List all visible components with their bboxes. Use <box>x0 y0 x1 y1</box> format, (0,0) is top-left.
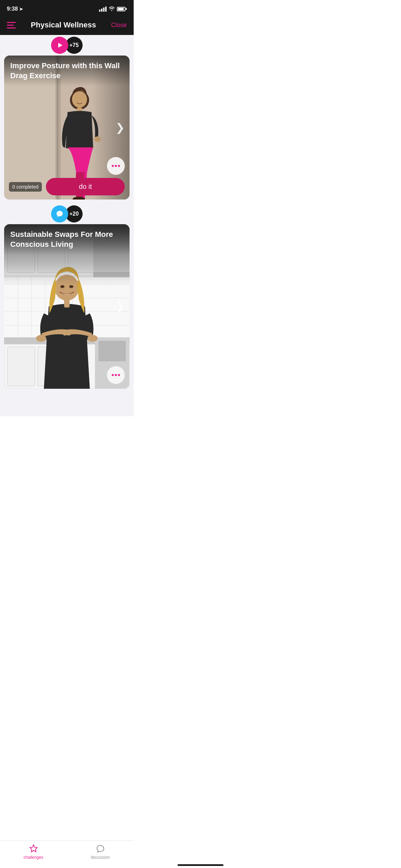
close-button[interactable]: Close <box>111 22 127 29</box>
svg-point-8 <box>72 91 87 108</box>
dot6 <box>118 374 120 376</box>
page-title: Physical Wellness <box>16 21 111 29</box>
card1-body: Improve Posture with this Wall Drag Exer… <box>4 56 130 200</box>
status-icons <box>99 6 127 12</box>
card1-title-overlay: Improve Posture with this Wall Drag Exer… <box>4 56 130 86</box>
card1-title: Improve Posture with this Wall Drag Exer… <box>10 61 123 81</box>
card1-image: Improve Posture with this Wall Drag Exer… <box>4 56 130 200</box>
card2: Sustainable Swaps For More Conscious Liv… <box>0 224 134 389</box>
location-icon: ➤ <box>19 7 23 12</box>
card1: Improve Posture with this Wall Drag Exer… <box>0 56 134 200</box>
svg-rect-23 <box>98 341 126 361</box>
menu-button[interactable] <box>7 22 16 28</box>
svg-rect-20 <box>8 347 35 386</box>
status-time: 9:38 ➤ <box>7 6 23 12</box>
card1-bottom: 0 completed do it <box>4 174 130 200</box>
completed-badge: 0 completed <box>9 182 42 192</box>
play-badge-icon[interactable] <box>51 37 68 54</box>
chat-badge-icon[interactable] <box>51 205 68 222</box>
status-bar: 9:38 ➤ <box>0 0 134 16</box>
card2-connector: +20 <box>0 204 134 224</box>
card1-connector: +75 <box>0 35 134 56</box>
card2-title: Sustainable Swaps For More Conscious Liv… <box>10 230 123 249</box>
card1-next-chevron[interactable]: ❯ <box>116 121 125 134</box>
card2-more-options-button[interactable] <box>107 366 125 384</box>
svg-marker-0 <box>58 43 62 48</box>
card2-image: Sustainable Swaps For More Conscious Liv… <box>4 224 130 389</box>
header: Physical Wellness Close <box>0 16 134 35</box>
card2-title-overlay: Sustainable Swaps For More Conscious Liv… <box>4 224 130 255</box>
dot4 <box>112 374 114 376</box>
dot5 <box>115 374 117 376</box>
card2-body: Sustainable Swaps For More Conscious Liv… <box>4 224 130 389</box>
card2-next-chevron[interactable]: ❯ <box>116 300 125 313</box>
content-area: +75 <box>0 35 134 416</box>
svg-point-35 <box>87 335 98 342</box>
signal-bars-icon <box>99 7 107 12</box>
wifi-icon <box>109 6 115 12</box>
svg-point-34 <box>36 335 46 342</box>
battery-icon <box>117 7 127 11</box>
card1-more-options-button[interactable] <box>107 157 125 175</box>
dot3 <box>118 165 120 167</box>
dot2 <box>115 165 117 167</box>
do-it-button[interactable]: do it <box>46 178 125 195</box>
dot1 <box>112 165 114 167</box>
